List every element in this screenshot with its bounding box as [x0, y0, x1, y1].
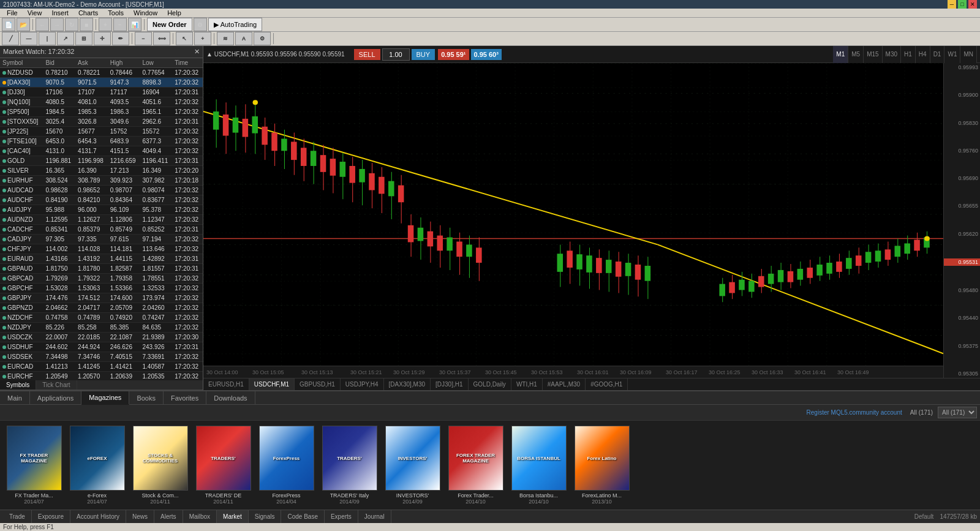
status-tab-news[interactable]: News	[126, 510, 154, 524]
tf-m15[interactable]: M15	[864, 46, 882, 63]
list-item[interactable]: INVESTORS' INVESTORS' 2014/09	[383, 426, 442, 505]
menu-help[interactable]: Help	[162, 9, 186, 17]
tab-applications[interactable]: Applications	[30, 391, 81, 404]
zoom-out-icon[interactable]: −	[113, 18, 127, 31]
new-chart-icon[interactable]: 📄	[2, 18, 15, 31]
status-tab-codebase[interactable]: Code Base	[281, 510, 324, 524]
measure-icon[interactable]: ⟺	[153, 32, 170, 45]
table-row[interactable]: SILVER 16.365 16.390 17.213 16.349 17:20…	[0, 166, 203, 176]
tf-m1[interactable]: M1	[833, 46, 848, 63]
table-row[interactable]: GBPCHF 1.53028 1.53063 1.53366 1.32533 1…	[0, 284, 203, 293]
tf-h4[interactable]: H4	[916, 46, 930, 63]
sell-button[interactable]: SELL	[354, 49, 380, 60]
mw-tab-symbols[interactable]: Symbols	[0, 380, 36, 390]
tab-books[interactable]: Books	[129, 391, 164, 404]
new-order-button[interactable]: New Order	[147, 18, 192, 31]
open-icon[interactable]: 📂	[17, 18, 30, 31]
tab-main[interactable]: Main	[0, 391, 30, 404]
maximize-button[interactable]: □	[958, 0, 967, 9]
menu-view[interactable]: View	[23, 9, 47, 17]
register-link[interactable]: Register MQL5.community account	[807, 409, 902, 416]
table-row[interactable]: AUDNZD 1.12595 1.12627 1.12806 1.12347 1…	[0, 215, 203, 225]
chart-tab-wti[interactable]: WTI,H1	[511, 378, 543, 390]
chart-tab-eurusd[interactable]: EURUSD,H1	[203, 378, 249, 390]
table-row[interactable]: NZDUSD 0.78210 0.78221 0.78446 0.77654 1…	[0, 68, 203, 78]
order-icon[interactable]: ⚙	[194, 18, 207, 31]
status-tab-trade[interactable]: Trade	[3, 510, 32, 524]
minimize-button[interactable]: ─	[948, 0, 956, 9]
tf-m30[interactable]: M30	[883, 46, 901, 63]
menu-charts[interactable]: Charts	[74, 9, 103, 17]
menu-window[interactable]: Window	[129, 9, 162, 17]
chart-tab-gbpusd[interactable]: GBPUSD,H1	[295, 378, 341, 390]
minus-icon[interactable]: −	[135, 32, 152, 45]
tab-downloads[interactable]: Downloads	[206, 391, 255, 404]
table-row[interactable]: GOLD 1196.881 1196.998 1216.659 1196.411…	[0, 156, 203, 166]
table-row[interactable]: [NQ100] 4080.5 4081.0 4093.5 4051.6 17:2…	[0, 97, 203, 107]
status-tab-mailbox[interactable]: Mailbox	[183, 510, 217, 524]
table-row[interactable]: EURAUD 1.43166 1.43192 1.44115 1.42892 1…	[0, 254, 203, 264]
table-row[interactable]: EURCHF 1.20549 1.20570 1.20639 1.20535 1…	[0, 372, 203, 381]
status-tab-alerts[interactable]: Alerts	[154, 510, 183, 524]
table-row[interactable]: EURCAD 1.41213 1.41245 1.41421 1.40587 1…	[0, 362, 203, 372]
status-tab-signals[interactable]: Signals	[249, 510, 282, 524]
status-tab-history[interactable]: Account History	[70, 510, 126, 524]
table-row[interactable]: USDHUF 244.602 244.924 246.626 243.926 1…	[0, 342, 203, 352]
status-tab-exposure[interactable]: Exposure	[32, 510, 70, 524]
menu-file[interactable]: File	[2, 9, 23, 17]
status-tab-experts[interactable]: Experts	[325, 510, 358, 524]
table-row[interactable]: USDCZK 22.0007 22.0185 22.1087 21.9389 1…	[0, 333, 203, 342]
menu-insert[interactable]: Insert	[47, 9, 74, 17]
vline-icon[interactable]: |	[39, 32, 56, 45]
list-item[interactable]: STOCKS & COMMODITIES Stock & Com... 2014…	[131, 426, 189, 505]
list-item[interactable]: BORSA ISTANBUL Borsa Istanbu... 2014/10	[510, 426, 568, 505]
settings-icon[interactable]: ⚙	[254, 32, 271, 45]
plus-icon[interactable]: +	[194, 32, 211, 45]
table-row[interactable]: [DJ30] 17106 17107 17117 16904 17:20:31	[0, 88, 203, 97]
quantity-input[interactable]	[382, 48, 410, 61]
table-row[interactable]: [SP500] 1984.5 1985.3 1986.3 1965.1 17:2…	[0, 107, 203, 117]
pen-icon[interactable]: ✏	[112, 32, 129, 45]
table-row[interactable]: GBPNZD 2.04662 2.04717 2.05709 2.04260 1…	[0, 303, 203, 313]
table-row[interactable]: GBPAUD 1.81750 1.81780 1.82587 1.81557 1…	[0, 264, 203, 274]
filter-dropdown[interactable]: All (171)	[938, 407, 977, 418]
table-row[interactable]: AUDCAD 0.98628 0.98652 0.98707 0.98074 1…	[0, 186, 203, 195]
tf-h1[interactable]: H1	[901, 46, 916, 63]
list-item[interactable]: ForexPress ForexPress 2014/04	[257, 426, 315, 505]
forward-icon[interactable]: →	[50, 18, 64, 31]
chart-tab-aapl[interactable]: #AAPL,M30	[543, 378, 586, 390]
list-item[interactable]: TRADERS' TRADERS' DE 2014/11	[194, 426, 252, 505]
table-row[interactable]: GBPJPY 174.476 174.512 174.600 173.974 1…	[0, 293, 203, 303]
table-row[interactable]: USDSEK 7.34498 7.34746 7.40515 7.33691 1…	[0, 352, 203, 362]
cursor-icon[interactable]: ↖	[176, 32, 193, 45]
chart-tab-usdchf[interactable]: USDCHF,M1	[249, 378, 295, 390]
back-icon[interactable]: ←	[36, 18, 49, 31]
status-tab-market[interactable]: Market	[217, 510, 249, 524]
auto-trading-button[interactable]: ▶ AutoTrading	[208, 18, 263, 31]
table-row[interactable]: CHFJPY 114.002 114.028 114.181 113.646 1…	[0, 244, 203, 254]
status-tab-journal[interactable]: Journal	[358, 510, 391, 524]
chart-tab-goog[interactable]: #GOOG,H1	[586, 378, 628, 390]
menu-tools[interactable]: Tools	[103, 9, 129, 17]
table-row[interactable]: EURHUF 308.524 308.789 309.923 307.982 1…	[0, 176, 203, 186]
list-item[interactable]: eFOREX e-Forex 2014/07	[68, 426, 126, 505]
tf-w1[interactable]: W1	[944, 46, 960, 63]
table-row[interactable]: [STOXX50] 3025.4 3026.8 3049.6 2962.6 17…	[0, 117, 203, 127]
tab-magazines[interactable]: Magazines	[81, 391, 129, 405]
stop-icon[interactable]: ■	[80, 18, 93, 31]
chart-tab-dax30[interactable]: [DAX30],M30	[384, 378, 431, 390]
close-button[interactable]: ✕	[968, 0, 977, 9]
table-row[interactable]: [CAC40] 4131.0 4131.7 4151.5 4049.4 17:2…	[0, 146, 203, 156]
list-item[interactable]: FOREX TRADER MAGAZINE Forex Trader... 20…	[447, 426, 505, 505]
chart-icon[interactable]: 📊	[128, 18, 141, 31]
table-row[interactable]: [DAX30] 9070.5 9071.5 9147.3 8898.3 17:2…	[0, 78, 203, 88]
chart-tab-dj30[interactable]: [DJ30],H1	[431, 378, 468, 390]
trendline-icon[interactable]: ↗	[57, 32, 74, 45]
table-row[interactable]: NZDCHF 0.74758 0.74789 0.74920 0.74247 1…	[0, 313, 203, 323]
fib-icon[interactable]: ≋	[217, 32, 234, 45]
table-row[interactable]: AUDJPY 95.988 96.000 96.109 95.378 17:20…	[0, 205, 203, 215]
table-row[interactable]: AUDCHF 0.84190 0.84210 0.84364 0.83677 1…	[0, 195, 203, 205]
line-icon[interactable]: ╱	[2, 32, 19, 45]
zoom-select-icon[interactable]: ⊞	[75, 32, 92, 45]
buy-button[interactable]: BUY	[412, 49, 435, 60]
